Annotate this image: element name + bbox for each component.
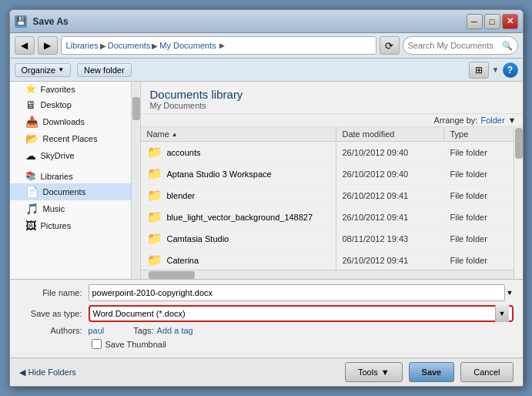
tools-button[interactable]: Tools ▼ (345, 362, 403, 382)
breadcrumb-my-documents[interactable]: My Documents (159, 41, 216, 50)
sidebar-item-skydrive[interactable]: ☁ SkyDrive (10, 147, 131, 164)
breadcrumb-libraries[interactable]: Libraries (66, 41, 99, 50)
horizontal-scroll-thumb[interactable] (149, 271, 195, 279)
toolbar: Organize ▼ New folder ⊞ ▼ ? (10, 59, 523, 82)
file-name: accounts (167, 148, 201, 157)
main-content: ⭐ Favorites 🖥 Desktop 📥 Downloads 📂 Rece… (10, 82, 523, 279)
sidebar-item-pictures[interactable]: 🖼 Pictures (10, 217, 131, 234)
sidebar-item-downloads[interactable]: 📥 Downloads (10, 113, 131, 130)
file-type-cell: File folder (444, 253, 514, 268)
column-header-name[interactable]: Name (141, 127, 336, 141)
file-name: Aptana Studio 3 Workspace (167, 169, 272, 179)
table-row[interactable]: 📁 Caterina 26/10/2012 09:41 File folder (141, 250, 514, 270)
left-scroll-thumb[interactable] (132, 97, 140, 120)
favorites-label: Favorites (41, 85, 75, 94)
sidebar-item-music[interactable]: 🎵 Music (10, 200, 131, 217)
cancel-button[interactable]: Cancel (460, 362, 513, 382)
arrange-bar: Arrange by: Folder ▼ (141, 114, 523, 127)
favorites-header: ⭐ Favorites (10, 82, 131, 96)
left-panel-inner: ⭐ Favorites 🖥 Desktop 📥 Downloads 📂 Rece… (10, 82, 140, 279)
skydrive-label: SkyDrive (41, 151, 75, 160)
filename-arrow[interactable]: ▼ (507, 289, 514, 297)
file-name-cell: 📁 Caterina (141, 250, 336, 270)
savetype-select[interactable]: Word Document (*.docx) ▼ (89, 305, 514, 322)
documents-label: Documents (43, 187, 86, 196)
breadcrumb[interactable]: Libraries ▶ Documents ▶ My Documents ▶ (61, 36, 376, 55)
savetype-label: Save as type: (19, 309, 89, 318)
table-row[interactable]: 📁 accounts 26/10/2012 09:40 File folder (141, 142, 514, 163)
minimize-button[interactable]: ─ (467, 14, 483, 29)
music-label: Music (43, 204, 65, 213)
save-icon: 💾 (15, 15, 27, 28)
tags-add-value[interactable]: Add a tag (157, 326, 193, 335)
file-name-cell: 📁 blue_light_vector_background_148827 (141, 206, 336, 227)
authors-value[interactable]: paul (89, 326, 105, 335)
search-icon: 🔍 (502, 41, 513, 51)
downloads-icon: 📥 (25, 116, 38, 128)
thumbnail-label: Save Thumbnail (105, 340, 166, 349)
skydrive-icon: ☁ (25, 149, 36, 162)
breadcrumb-arrow[interactable]: ▶ (219, 42, 225, 49)
folder-icon: 📁 (147, 145, 162, 159)
file-type-cell: File folder (444, 231, 514, 247)
search-box[interactable]: 🔍 (403, 36, 518, 55)
maximize-button[interactable]: □ (484, 14, 500, 29)
arrange-label: Arrange by: (434, 116, 478, 125)
title-bar-left: 💾 Save As (15, 15, 69, 28)
filename-input[interactable] (89, 284, 505, 301)
left-scrollbar[interactable] (131, 82, 140, 279)
favorites-icon: ⭐ (25, 84, 36, 94)
table-row[interactable]: 📁 Aptana Studio 3 Workspace 26/10/2012 0… (141, 163, 514, 185)
thumbnail-checkbox[interactable] (92, 339, 102, 349)
file-date-cell: 26/10/2012 09:40 (336, 145, 444, 160)
search-input[interactable] (408, 41, 499, 50)
savetype-arrow[interactable]: ▼ (495, 305, 509, 322)
file-type-cell: File folder (444, 188, 514, 203)
tags-section: Tags: Add a tag (127, 326, 192, 335)
file-name-cell: 📁 Aptana Studio 3 Workspace (141, 163, 336, 184)
sidebar-item-documents[interactable]: 📄 Documents (10, 183, 131, 200)
column-header-type[interactable]: Type (444, 127, 514, 141)
panel-header: Documents library My Documents (141, 82, 523, 114)
folder-icon: 📁 (147, 166, 162, 181)
refresh-button[interactable]: ⟳ (380, 36, 400, 55)
file-rows: 📁 accounts 26/10/2012 09:40 File folder … (141, 142, 514, 270)
folder-icon: 📁 (147, 210, 162, 224)
address-bar: ◀ ▶ Libraries ▶ Documents ▶ My Documents… (10, 33, 523, 59)
sidebar-item-recent-places[interactable]: 📂 Recent Places (10, 130, 131, 147)
filename-label: File name: (19, 288, 89, 297)
file-list-header: Name Date modified Type (141, 127, 514, 142)
file-date-cell: 26/10/2012 09:41 (336, 253, 444, 268)
forward-button[interactable]: ▶ (38, 36, 58, 55)
table-row[interactable]: 📁 blue_light_vector_background_148827 26… (141, 206, 514, 228)
recent-places-icon: 📂 (25, 133, 38, 145)
back-button[interactable]: ◀ (15, 36, 35, 55)
breadcrumb-documents[interactable]: Documents (108, 41, 151, 50)
arrange-arrow[interactable]: ▼ (508, 116, 517, 125)
organize-label: Organize (22, 65, 56, 75)
horizontal-scrollbar[interactable] (141, 270, 514, 279)
pictures-icon: 🖼 (25, 220, 36, 232)
footer: ◀ Hide Folders Tools ▼ Save Cancel (10, 357, 523, 386)
toolbar-right: ⊞ ▼ ? (469, 62, 518, 79)
organize-button[interactable]: Organize ▼ (15, 63, 72, 77)
help-button[interactable]: ? (503, 62, 518, 78)
file-date-cell: 26/10/2012 09:40 (336, 166, 444, 182)
new-folder-button[interactable]: New folder (77, 63, 132, 77)
right-scrollbar[interactable] (514, 127, 523, 279)
close-button[interactable]: ✕ (502, 14, 518, 29)
view-arrow[interactable]: ▼ (492, 65, 500, 74)
arrange-value[interactable]: Folder (480, 116, 504, 125)
save-button[interactable]: Save (409, 362, 455, 382)
table-row[interactable]: 📁 Camtasia Studio 08/11/2012 19:43 File … (141, 228, 514, 250)
view-button[interactable]: ⊞ (469, 62, 489, 79)
right-scroll-thumb[interactable] (515, 128, 523, 159)
column-header-date[interactable]: Date modified (336, 127, 444, 141)
desktop-icon: 🖥 (25, 99, 36, 111)
hide-folders-button[interactable]: ◀ Hide Folders (19, 367, 76, 378)
organize-arrow: ▼ (58, 66, 64, 73)
table-row[interactable]: 📁 blender 26/10/2012 09:41 File folder (141, 185, 514, 206)
file-name-cell: 📁 Camtasia Studio (141, 228, 336, 249)
desktop-label: Desktop (41, 100, 72, 109)
sidebar-item-desktop[interactable]: 🖥 Desktop (10, 96, 131, 113)
